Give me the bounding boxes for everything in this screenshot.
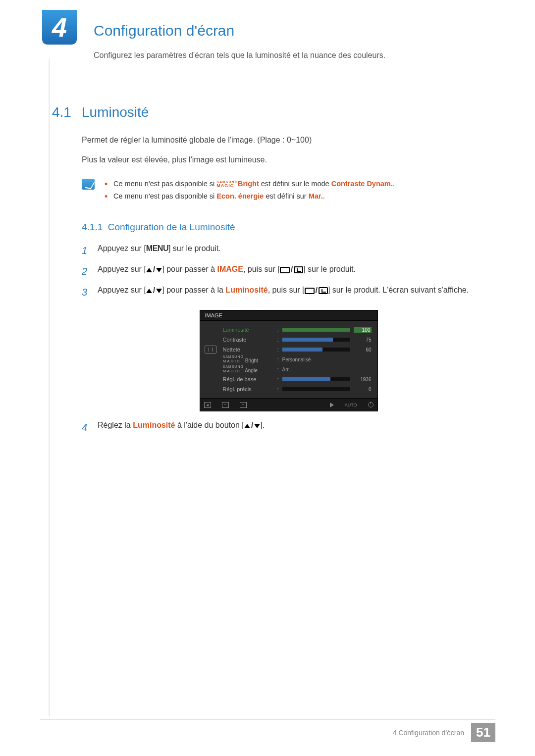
subsection-title: Configuration de la Luminosité: [108, 222, 235, 232]
osd-row: Régl. précis:0: [223, 384, 372, 394]
step-3: 3 Appuyez sur [/] pour passer à la Lumin…: [82, 283, 495, 301]
select-enter-keys-icon: /: [280, 263, 303, 277]
footer-page-number: 51: [471, 723, 495, 742]
section-number: 4.1: [52, 104, 82, 120]
step-2: 2 Appuyez sur [/] pour passer à IMAGE, p…: [82, 262, 495, 280]
up-down-keys-icon: /: [146, 263, 162, 277]
left-margin-rule: [49, 59, 50, 716]
osd-row: Luminosité:100: [223, 325, 372, 335]
osd-nav-plus-icon: +: [240, 402, 247, 408]
osd-rows: Luminosité:100Contraste:75Netteté:60SAMS…: [221, 321, 377, 398]
chapter-intro: Configurez les paramètres d'écran tels q…: [94, 51, 495, 60]
osd-nav-minus-icon: −: [222, 402, 229, 408]
osd-title: IMAGE: [200, 310, 377, 321]
osd-nav-back-icon: ◂: [204, 402, 211, 408]
section-paragraph-1: Permet de régler la luminosité globale d…: [82, 134, 495, 146]
step-1: 1 Appuyez sur [MENU] sur le produit.: [82, 242, 495, 259]
chapter-number-badge: 4: [42, 10, 77, 45]
subsection-number: 4.1.1: [82, 222, 103, 232]
note-icon: [82, 179, 95, 190]
steps-list: 1 Appuyez sur [MENU] sur le produit. 2 A…: [82, 242, 495, 301]
menu-button-label: MENU: [146, 244, 168, 252]
note-block: Ce menu n'est pas disponible si SAMSUNGM…: [82, 178, 495, 202]
section-title: Luminosité: [82, 104, 149, 120]
up-down-keys-icon: /: [244, 419, 260, 433]
osd-category-icon: [205, 346, 216, 353]
osd-nav-power-icon: [368, 402, 374, 407]
footer-chapter-label: 4 Configuration d'écran: [393, 729, 464, 737]
section-paragraph-2: Plus la valeur est élevée, plus l'image …: [82, 154, 495, 166]
up-down-keys-icon: /: [146, 284, 162, 298]
osd-nav-play-icon: [330, 403, 334, 407]
select-enter-keys-icon: /: [305, 284, 328, 298]
osd-row: Contraste:75: [223, 335, 372, 345]
chapter-title: Configuration d'écran: [94, 0, 495, 39]
steps-list-continued: 4 Réglez la Luminosité à l'aide du bouto…: [82, 418, 495, 436]
osd-nav-auto-label: AUTO: [345, 403, 357, 407]
osd-row: Netteté:60: [223, 345, 372, 354]
osd-menu-screenshot: IMAGE Luminosité:100Contraste:75Netteté:…: [200, 310, 378, 411]
section-heading: 4.1Luminosité: [52, 104, 495, 120]
note-item-1: Ce menu n'est pas disponible si SAMSUNGM…: [105, 178, 395, 190]
page-footer: 4 Configuration d'écran 51: [40, 719, 495, 742]
note-list: Ce menu n'est pas disponible si SAMSUNGM…: [105, 178, 395, 202]
step-4: 4 Réglez la Luminosité à l'aide du bouto…: [82, 418, 495, 436]
osd-nav-bar: ◂ − + AUTO: [200, 398, 377, 411]
osd-row: SAMSUNGMAGIC Bright:Personnalisé: [223, 354, 372, 364]
subsection-heading: 4.1.1 Configuration de la Luminosité: [82, 222, 495, 233]
osd-row: SAMSUNGMAGIC Angle:Arr.: [223, 364, 372, 374]
osd-row: Régl. de base:1936: [223, 374, 372, 384]
note-item-2: Ce menu n'est pas disponible si Econ. én…: [105, 190, 395, 202]
